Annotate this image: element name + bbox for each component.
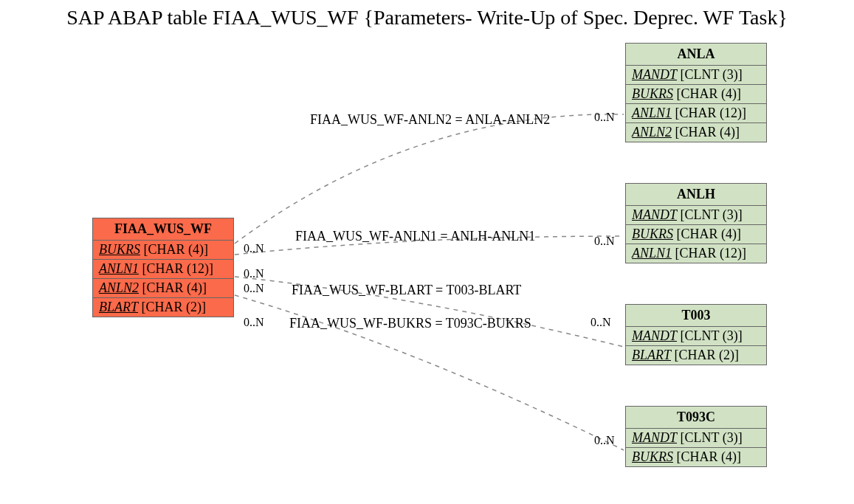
field-type: [CLNT (3)]	[681, 328, 743, 343]
field-type: [CLNT (3)]	[681, 67, 743, 82]
entity-field: BLART [CHAR (2)]	[626, 346, 766, 365]
field-type: [CHAR (4)]	[142, 280, 207, 295]
cardinality-label: 0..N	[594, 111, 615, 124]
field-name: ANLN1	[99, 261, 139, 276]
field-name: BUKRS	[632, 227, 673, 241]
cardinality-label: 0..N	[244, 267, 264, 280]
relationship-label: FIAA_WUS_WF-BUKRS = T093C-BUKRS	[289, 316, 531, 331]
field-name: ANLN1	[632, 246, 672, 260]
entity-header: ANLH	[626, 184, 766, 206]
entity-field: BUKRS [CHAR (4)]	[626, 448, 766, 466]
field-type: [CHAR (4)]	[677, 86, 742, 101]
field-name: MANDT	[632, 207, 677, 222]
field-name: BUKRS	[99, 242, 140, 257]
field-type: [CHAR (4)]	[144, 242, 209, 257]
field-type: [CLNT (3)]	[681, 207, 743, 222]
field-type: [CHAR (12)]	[675, 246, 747, 260]
field-name: BUKRS	[632, 449, 673, 464]
field-type: [CHAR (12)]	[675, 106, 747, 120]
entity-anla: ANLA MANDT [CLNT (3)] BUKRS [CHAR (4)] A…	[625, 43, 767, 142]
entity-fiaa-wus-wf: FIAA_WUS_WF BUKRS [CHAR (4)] ANLN1 [CHAR…	[92, 218, 234, 317]
field-type: [CHAR (4)]	[675, 125, 740, 139]
field-name: BLART	[99, 300, 138, 314]
entity-field: ANLN1 [CHAR (12)]	[93, 260, 233, 279]
field-name: ANLN1	[632, 106, 672, 120]
field-name: BUKRS	[632, 86, 673, 101]
entity-field: MANDT [CLNT (3)]	[626, 327, 766, 346]
entity-field: MANDT [CLNT (3)]	[626, 429, 766, 448]
entity-t003: T003 MANDT [CLNT (3)] BLART [CHAR (2)]	[625, 304, 767, 365]
field-name: ANLN2	[632, 125, 672, 139]
entity-t093c: T093C MANDT [CLNT (3)] BUKRS [CHAR (4)]	[625, 406, 767, 467]
field-name: MANDT	[632, 67, 677, 82]
entity-header: FIAA_WUS_WF	[93, 218, 233, 241]
field-name: MANDT	[632, 430, 677, 445]
entity-field: ANLN2 [CHAR (4)]	[93, 279, 233, 298]
entity-field: ANLN2 [CHAR (4)]	[626, 123, 766, 142]
entity-field: MANDT [CLNT (3)]	[626, 66, 766, 85]
cardinality-label: 0..N	[594, 434, 615, 447]
entity-field: ANLN1 [CHAR (12)]	[626, 244, 766, 263]
entity-field: MANDT [CLNT (3)]	[626, 206, 766, 225]
entity-header: ANLA	[626, 44, 766, 66]
entity-header: T003	[626, 305, 766, 327]
field-type: [CHAR (4)]	[677, 227, 742, 241]
entity-field: ANLN1 [CHAR (12)]	[626, 104, 766, 123]
field-type: [CHAR (12)]	[142, 261, 214, 276]
cardinality-label: 0..N	[594, 235, 615, 248]
field-name: BLART	[632, 348, 671, 362]
entity-field: BLART [CHAR (2)]	[93, 298, 233, 317]
entity-header: T093C	[626, 407, 766, 429]
entity-anlh: ANLH MANDT [CLNT (3)] BUKRS [CHAR (4)] A…	[625, 183, 767, 263]
field-name: MANDT	[632, 328, 677, 343]
relationship-label: FIAA_WUS_WF-ANLN2 = ANLA-ANLN2	[310, 112, 550, 128]
entity-field: BUKRS [CHAR (4)]	[626, 225, 766, 244]
field-type: [CHAR (2)]	[675, 348, 740, 362]
entity-field: BUKRS [CHAR (4)]	[626, 85, 766, 104]
cardinality-label: 0..N	[244, 242, 264, 255]
field-type: [CHAR (4)]	[677, 449, 742, 464]
cardinality-label: 0..N	[244, 282, 264, 295]
entity-field: BUKRS [CHAR (4)]	[93, 241, 233, 260]
field-name: ANLN2	[99, 280, 139, 295]
relationship-label: FIAA_WUS_WF-BLART = T003-BLART	[292, 283, 521, 298]
cardinality-label: 0..N	[244, 316, 264, 329]
field-type: [CLNT (3)]	[681, 430, 743, 445]
page-title: SAP ABAP table FIAA_WUS_WF {Parameters- …	[0, 6, 854, 30]
field-type: [CHAR (2)]	[142, 300, 207, 314]
cardinality-label: 0..N	[590, 316, 611, 329]
relationship-label: FIAA_WUS_WF-ANLN1 = ANLH-ANLN1	[295, 229, 535, 244]
